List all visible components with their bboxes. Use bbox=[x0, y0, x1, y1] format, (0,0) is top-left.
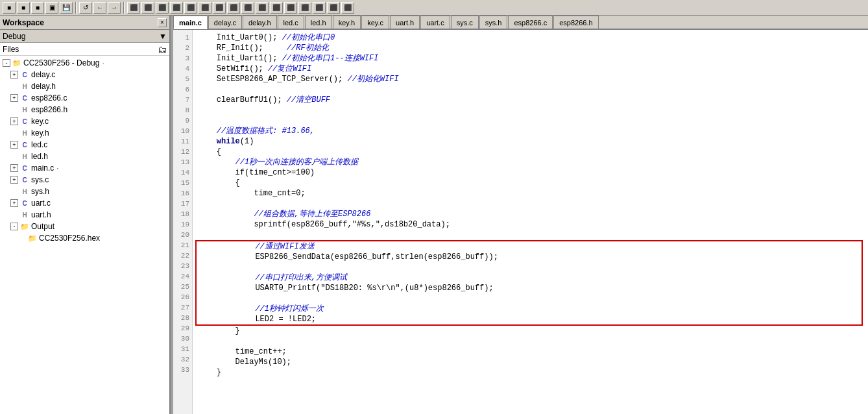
tree-item-Output[interactable]: -📁Output bbox=[0, 221, 169, 232]
code-container: 1234567891011121314151617181920212223242… bbox=[173, 30, 868, 414]
line-number: 10 bbox=[176, 126, 189, 136]
tree-item-esp8266-h[interactable]: Hesp8266.h bbox=[0, 104, 169, 116]
tree-expander[interactable]: + bbox=[10, 117, 18, 125]
tree-item-main-c[interactable]: +Cmain.c· bbox=[0, 162, 169, 174]
tree-item-CC2530F256 - Debug[interactable]: -📁CC2530F256 - Debug· bbox=[0, 57, 169, 69]
code-line: ESP8266_SendData(esp8266_buff,strlen(esp… bbox=[199, 252, 859, 262]
tab-key-h[interactable]: key.h bbox=[333, 16, 361, 29]
tree-file-icon: H bbox=[19, 105, 30, 114]
toolbar-btn-21[interactable]: ⬛ bbox=[341, 2, 354, 14]
tree-expander[interactable]: - bbox=[10, 223, 18, 230]
tab-key-c[interactable]: key.c bbox=[361, 16, 389, 29]
toolbar-btn-14[interactable]: ⬛ bbox=[241, 2, 254, 14]
tree-item-CC2530F256-hex[interactable]: 📁CC2530F256.hex bbox=[0, 232, 169, 244]
tab-sys-c[interactable]: sys.c bbox=[451, 16, 479, 29]
tree-expander[interactable]: + bbox=[10, 141, 18, 149]
main-layout: Workspace × Debug ▼ Files 🗂 -📁CC2530F256… bbox=[0, 16, 868, 414]
toolbar-btn-19[interactable]: ⬛ bbox=[313, 2, 326, 14]
tree-label: esp8266.c bbox=[31, 93, 67, 103]
toolbar-btn-10[interactable]: ⬛ bbox=[184, 2, 197, 14]
tree-item-led-c[interactable]: +Cled.c bbox=[0, 139, 169, 151]
code-line: SetESP8266_AP_TCP_Server(); //初始化WIFI bbox=[198, 74, 863, 84]
tab-sys-h[interactable]: sys.h bbox=[479, 16, 508, 29]
toolbar-btn-20[interactable]: ⬛ bbox=[327, 2, 340, 14]
tab-main-c[interactable]: main.c bbox=[173, 16, 208, 29]
tree-item-sys-h[interactable]: Hsys.h bbox=[0, 186, 169, 197]
tree-file-icon: 📁 bbox=[19, 222, 30, 231]
highlight-block: //通过WIFI发送 ESP8266_SendData(esp8266_buff… bbox=[195, 240, 863, 326]
tab-delay-c[interactable]: delay.c bbox=[208, 16, 242, 29]
files-bar: Files 🗂 bbox=[0, 43, 169, 56]
line-number: 15 bbox=[176, 178, 189, 188]
tree-label: esp8266.h bbox=[31, 105, 67, 114]
tree-expander[interactable]: + bbox=[10, 199, 18, 207]
line-number: 5 bbox=[176, 74, 189, 84]
tab-uart-c[interactable]: uart.c bbox=[420, 16, 450, 29]
toolbar-btn-back[interactable]: ← bbox=[93, 2, 106, 14]
tree-expander[interactable]: - bbox=[3, 59, 10, 67]
toolbar-btn-4[interactable]: ▣ bbox=[45, 2, 58, 14]
line-number: 27 bbox=[176, 302, 189, 313]
tab-led-h[interactable]: led.h bbox=[305, 16, 332, 29]
code-editor[interactable]: Init_Uart0(); //初始化串口0 RF_Init(); //RF初始… bbox=[193, 30, 868, 414]
toolbar-btn-11[interactable]: ⬛ bbox=[199, 2, 211, 14]
line-number: 21 bbox=[176, 240, 189, 250]
tree-item-sys-c[interactable]: +Csys.c bbox=[0, 174, 169, 186]
toolbar-btn-13[interactable]: ⬛ bbox=[227, 2, 240, 14]
toolbar-btn-9[interactable]: ⬛ bbox=[170, 2, 183, 14]
tree-expander[interactable]: + bbox=[10, 164, 18, 172]
toolbar-btn-17[interactable]: ⬛ bbox=[284, 2, 297, 14]
tree-item-esp8266-c[interactable]: +Cesp8266.c bbox=[0, 92, 169, 104]
tree-item-key-h[interactable]: Hkey.h bbox=[0, 127, 169, 139]
toolbar-btn-8[interactable]: ⬛ bbox=[156, 2, 169, 14]
sidebar-close-button[interactable]: × bbox=[158, 18, 167, 27]
tree-item-uart-c[interactable]: +Cuart.c bbox=[0, 197, 169, 209]
tree-item-delay-h[interactable]: Hdelay.h bbox=[0, 80, 169, 92]
toolbar-btn-fwd[interactable]: → bbox=[108, 2, 121, 14]
tree-label: sys.c bbox=[31, 175, 49, 184]
code-line: clearBuffU1(); //清空BUFF bbox=[198, 95, 863, 105]
line-number: 32 bbox=[176, 354, 189, 365]
toolbar-btn-18[interactable]: ⬛ bbox=[298, 2, 311, 14]
toolbar-btn-3[interactable]: ■ bbox=[31, 2, 44, 14]
toolbar-btn-6[interactable]: ⬛ bbox=[127, 2, 140, 14]
toolbar-btn-7[interactable]: ⬛ bbox=[141, 2, 154, 14]
tree-item-led-h[interactable]: Hled.h bbox=[0, 151, 169, 162]
tab-esp8266-h[interactable]: esp8266.h bbox=[553, 16, 598, 29]
code-line bbox=[198, 336, 863, 347]
tree-label: uart.c bbox=[31, 199, 51, 208]
toolbar-btn-15[interactable]: ⬛ bbox=[256, 2, 269, 14]
toolbar-btn-1[interactable]: ■ bbox=[3, 2, 16, 14]
code-line bbox=[199, 262, 859, 273]
code-line: //组合数据,等待上传至ESP8266 bbox=[198, 209, 863, 219]
tree-label: led.h bbox=[31, 152, 48, 161]
files-icon[interactable]: 🗂 bbox=[158, 44, 167, 55]
line-number: 17 bbox=[176, 199, 189, 209]
tree-expander[interactable]: + bbox=[10, 94, 18, 102]
tree-file-icon: H bbox=[19, 187, 30, 196]
tab-uart-h[interactable]: uart.h bbox=[390, 16, 420, 29]
tab-delay-h[interactable]: delay.h bbox=[243, 16, 277, 29]
toolbar-btn-16[interactable]: ⬛ bbox=[270, 2, 283, 14]
toolbar-btn-5[interactable]: 💾 bbox=[60, 2, 73, 14]
line-number: 28 bbox=[176, 313, 189, 323]
toolbar-btn-undo[interactable]: ↺ bbox=[79, 2, 92, 14]
tab-led-c[interactable]: led.c bbox=[278, 16, 304, 29]
line-number: 30 bbox=[176, 334, 189, 344]
toolbar-btn-12[interactable]: ⬛ bbox=[213, 2, 226, 14]
line-number: 20 bbox=[176, 230, 189, 240]
code-line: time_cnt++; bbox=[198, 347, 863, 357]
tree-expander[interactable]: + bbox=[10, 176, 18, 184]
tree-file-icon: H bbox=[19, 152, 30, 161]
tab-esp8266-c[interactable]: esp8266.c bbox=[508, 16, 553, 29]
toolbar-btn-2[interactable]: ■ bbox=[17, 2, 30, 14]
line-number: 26 bbox=[176, 292, 189, 302]
tree-file-icon: C bbox=[19, 70, 30, 79]
tree-file-icon: C bbox=[19, 140, 30, 149]
tree-item-delay-c[interactable]: +Cdelay.c bbox=[0, 69, 169, 80]
tree-item-key-c[interactable]: +Ckey.c bbox=[0, 116, 169, 127]
tree-file-icon: H bbox=[19, 128, 30, 138]
tree-item-uart-h[interactable]: Huart.h bbox=[0, 209, 169, 221]
tree-expander[interactable]: + bbox=[10, 71, 18, 79]
line-number: 2 bbox=[176, 43, 189, 53]
